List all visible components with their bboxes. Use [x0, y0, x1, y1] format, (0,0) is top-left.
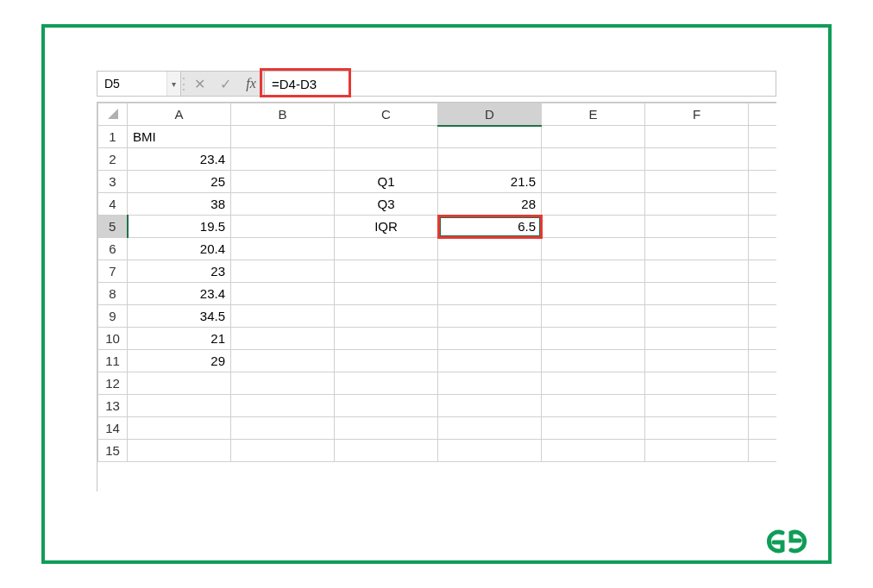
cell-B15[interactable]	[231, 440, 335, 462]
cell-B3[interactable]	[231, 171, 335, 193]
cell-E3[interactable]	[542, 171, 645, 193]
cell-F5[interactable]	[645, 216, 749, 238]
col-header-D[interactable]: D	[438, 103, 542, 126]
row-header-2[interactable]: 2	[98, 148, 128, 171]
cell-C1[interactable]	[335, 126, 438, 148]
cell-E8[interactable]	[542, 283, 645, 305]
cell-F4[interactable]	[645, 193, 749, 216]
cell-F14[interactable]	[645, 417, 749, 440]
cell-A9[interactable]: 34.5	[128, 305, 231, 328]
cell-F6[interactable]	[645, 238, 749, 260]
cell-A1[interactable]: BMI	[128, 126, 231, 148]
cell-C12[interactable]	[335, 372, 438, 395]
cell-A14[interactable]	[128, 417, 231, 440]
cell-D4[interactable]: 28	[438, 193, 542, 216]
cell-B2[interactable]	[231, 148, 335, 171]
cell-E9[interactable]	[542, 305, 645, 328]
cell-C9[interactable]	[335, 305, 438, 328]
cell-B13[interactable]	[231, 395, 335, 417]
cell-F1[interactable]	[645, 126, 749, 148]
cell-A4[interactable]: 38	[128, 193, 231, 216]
cell-D9[interactable]	[438, 305, 542, 328]
cell-F8[interactable]	[645, 283, 749, 305]
cell-E1[interactable]	[542, 126, 645, 148]
cell-D1[interactable]	[438, 126, 542, 148]
row-header-4[interactable]: 4	[98, 193, 128, 216]
cell-G5[interactable]	[749, 216, 777, 238]
row-header-10[interactable]: 10	[98, 328, 128, 350]
cell-A13[interactable]	[128, 395, 231, 417]
cell-E4[interactable]	[542, 193, 645, 216]
cell-B4[interactable]	[231, 193, 335, 216]
cell-F3[interactable]	[645, 171, 749, 193]
cell-F13[interactable]	[645, 395, 749, 417]
col-header-A[interactable]: A	[128, 103, 231, 126]
cell-E12[interactable]	[542, 372, 645, 395]
cell-B7[interactable]	[231, 260, 335, 283]
cell-B8[interactable]	[231, 283, 335, 305]
cell-D14[interactable]	[438, 417, 542, 440]
cell-A6[interactable]: 20.4	[128, 238, 231, 260]
formula-input[interactable]	[265, 72, 776, 96]
cell-G12[interactable]	[749, 372, 777, 395]
cell-G6[interactable]	[749, 238, 777, 260]
row-header-9[interactable]: 9	[98, 305, 128, 328]
cell-B12[interactable]	[231, 372, 335, 395]
name-box[interactable]	[97, 72, 166, 96]
cell-B14[interactable]	[231, 417, 335, 440]
cell-D2[interactable]	[438, 148, 542, 171]
col-header-F[interactable]: F	[645, 103, 749, 126]
cell-D13[interactable]	[438, 395, 542, 417]
cell-E10[interactable]	[542, 328, 645, 350]
cell-F10[interactable]	[645, 328, 749, 350]
cell-F12[interactable]	[645, 372, 749, 395]
cell-E7[interactable]	[542, 260, 645, 283]
cell-D5[interactable]: 6.5	[438, 216, 542, 238]
cell-C6[interactable]	[335, 238, 438, 260]
cell-F7[interactable]	[645, 260, 749, 283]
col-header-G[interactable]: G	[749, 103, 777, 126]
cell-A3[interactable]: 25	[128, 171, 231, 193]
cell-C10[interactable]	[335, 328, 438, 350]
cell-E6[interactable]	[542, 238, 645, 260]
col-header-E[interactable]: E	[542, 103, 645, 126]
cell-A15[interactable]	[128, 440, 231, 462]
col-header-C[interactable]: C	[335, 103, 438, 126]
cell-E13[interactable]	[542, 395, 645, 417]
spreadsheet-grid[interactable]: ABCDEFG 1BMI223.4325Q121.5438Q328519.5IQ…	[97, 102, 776, 491]
cell-C3[interactable]: Q1	[335, 171, 438, 193]
row-header-15[interactable]: 15	[98, 440, 128, 462]
cell-C4[interactable]: Q3	[335, 193, 438, 216]
cell-D10[interactable]	[438, 328, 542, 350]
cell-G15[interactable]	[749, 440, 777, 462]
cell-G8[interactable]	[749, 283, 777, 305]
row-header-6[interactable]: 6	[98, 238, 128, 260]
cell-D3[interactable]: 21.5	[438, 171, 542, 193]
row-header-3[interactable]: 3	[98, 171, 128, 193]
cell-C14[interactable]	[335, 417, 438, 440]
cell-G9[interactable]	[749, 305, 777, 328]
row-header-12[interactable]: 12	[98, 372, 128, 395]
cell-C15[interactable]	[335, 440, 438, 462]
cell-B10[interactable]	[231, 328, 335, 350]
cell-C11[interactable]	[335, 350, 438, 372]
cell-D6[interactable]	[438, 238, 542, 260]
cell-C8[interactable]	[335, 283, 438, 305]
insert-function-button[interactable]: fx	[238, 72, 264, 96]
cell-G14[interactable]	[749, 417, 777, 440]
cell-G1[interactable]	[749, 126, 777, 148]
cell-A8[interactable]: 23.4	[128, 283, 231, 305]
cell-B11[interactable]	[231, 350, 335, 372]
cell-G2[interactable]	[749, 148, 777, 171]
cell-B1[interactable]	[231, 126, 335, 148]
cell-A11[interactable]: 29	[128, 350, 231, 372]
cell-A12[interactable]	[128, 372, 231, 395]
cell-C13[interactable]	[335, 395, 438, 417]
cell-E2[interactable]	[542, 148, 645, 171]
cell-C5[interactable]: IQR	[335, 216, 438, 238]
col-header-B[interactable]: B	[231, 103, 335, 126]
cell-G3[interactable]	[749, 171, 777, 193]
cancel-button[interactable]: ✕	[186, 72, 212, 96]
cell-F9[interactable]	[645, 305, 749, 328]
cell-A7[interactable]: 23	[128, 260, 231, 283]
